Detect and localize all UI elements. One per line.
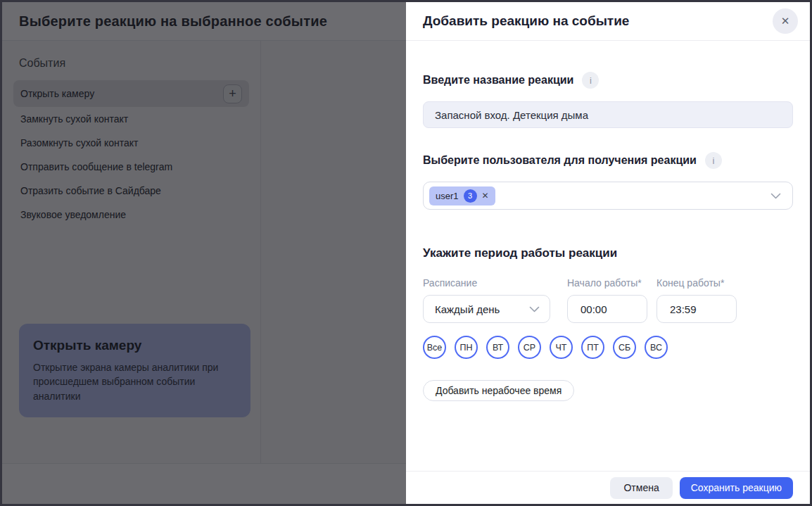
add-reaction-modal: Добавить реакцию на событие ✕ Введите на…	[406, 2, 810, 504]
user-multiselect[interactable]: user1 3 ✕	[423, 182, 793, 210]
reaction-name-input[interactable]	[423, 101, 793, 128]
user-count-badge: 3	[464, 189, 477, 203]
schedule-column: Расписание Каждый день	[423, 277, 550, 323]
chevron-down-icon	[770, 193, 781, 199]
day-chip-label: ПТ	[587, 343, 599, 353]
chip-remove-icon[interactable]: ✕	[482, 191, 489, 201]
day-chip[interactable]: СР	[518, 336, 541, 359]
info-icon[interactable]: i	[582, 72, 599, 89]
end-time-label-text: Конец работы	[656, 277, 721, 289]
name-field-label: Введите название реакции	[423, 74, 573, 87]
user-field-label: Выберите пользователя для получения реак…	[423, 154, 697, 167]
close-icon: ✕	[781, 15, 790, 27]
chevron-down-icon	[529, 306, 540, 312]
user-chip-label: user1	[436, 191, 459, 201]
screen: Выберите реакцию на выбранное событие Со…	[0, 0, 812, 506]
day-chip-label: ВС	[650, 343, 662, 353]
schedule-label: Расписание	[423, 277, 550, 289]
modal-title: Добавить реакцию на событие	[423, 13, 629, 29]
modal-header: Добавить реакцию на событие ✕	[406, 2, 810, 41]
end-time-input[interactable]	[656, 295, 737, 323]
add-offtime-button[interactable]: Добавить нерабочее время	[423, 380, 574, 401]
start-time-column: Начало работы*	[567, 277, 647, 323]
start-time-label: Начало работы*	[567, 277, 647, 289]
modal-footer: Отмена Сохранить реакцию	[406, 471, 810, 504]
user-chip[interactable]: user1 3 ✕	[429, 186, 495, 205]
day-chip[interactable]: ВС	[645, 336, 668, 359]
day-chip[interactable]: СБ	[613, 336, 636, 359]
day-chip-label: СБ	[618, 343, 630, 353]
day-chip[interactable]: ПТ	[581, 336, 604, 359]
day-chip-label: ВТ	[493, 343, 503, 353]
close-button[interactable]: ✕	[773, 8, 798, 34]
period-heading: Укажите период работы реакции	[423, 246, 793, 260]
modal-body: Введите название реакции i Выберите поль…	[406, 41, 810, 401]
day-chip[interactable]: ВТ	[486, 336, 509, 359]
user-label-row: Выберите пользователя для получения реак…	[423, 152, 793, 169]
day-chip[interactable]: ПН	[455, 336, 478, 359]
schedule-select[interactable]: Каждый день	[423, 295, 550, 323]
end-time-label: Конец работы*	[656, 277, 737, 289]
start-time-input[interactable]	[567, 295, 647, 323]
required-mark: *	[721, 277, 724, 289]
weekday-selector: Все ПН ВТ СР ЧТ	[423, 336, 793, 359]
day-chip-label: Все	[427, 343, 443, 353]
required-mark: *	[637, 277, 641, 289]
schedule-select-value: Каждый день	[435, 303, 500, 315]
day-chip[interactable]: Все	[423, 336, 446, 359]
day-chip[interactable]: ЧТ	[550, 336, 573, 359]
save-reaction-button[interactable]: Сохранить реакцию	[680, 477, 793, 499]
name-label-row: Введите название реакции i	[423, 72, 793, 89]
info-icon[interactable]: i	[705, 152, 722, 169]
end-time-column: Конец работы*	[656, 277, 737, 323]
period-controls: Расписание Каждый день Начало работы* Ко…	[423, 277, 793, 323]
day-chip-label: ПН	[459, 343, 472, 353]
cancel-button[interactable]: Отмена	[610, 477, 672, 499]
day-chip-label: СР	[524, 343, 535, 353]
day-chip-label: ЧТ	[556, 343, 567, 353]
start-time-label-text: Начало работы	[567, 277, 637, 289]
